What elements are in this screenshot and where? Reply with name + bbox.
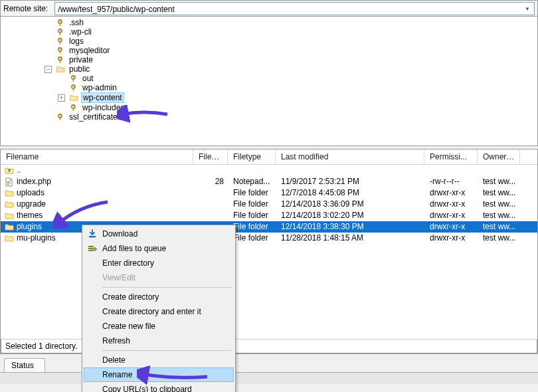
ctx-create-new-file[interactable]: Create new file bbox=[84, 319, 234, 334]
tree-item[interactable]: −public bbox=[1, 64, 537, 74]
status-text: Selected 1 directory. bbox=[5, 342, 78, 351]
parent-dir-icon bbox=[5, 166, 14, 175]
file-permissions bbox=[424, 165, 478, 176]
bottom-panel bbox=[0, 372, 538, 384]
tree-item-label: wp-includes bbox=[81, 103, 126, 112]
chevron-down-icon[interactable]: ▼ bbox=[522, 4, 533, 15]
context-menu: Download Add files to queue Enter direct… bbox=[82, 225, 236, 392]
file-name: plugins bbox=[17, 221, 42, 233]
tree-item[interactable]: private bbox=[1, 55, 537, 64]
ctx-separator bbox=[102, 350, 231, 351]
column-permissions[interactable]: Permissi... bbox=[424, 149, 478, 164]
tree-item-label: public bbox=[68, 64, 91, 74]
tree-item[interactable]: +wp-content bbox=[1, 92, 537, 103]
file-owner: test ww... bbox=[478, 187, 520, 199]
file-modified: 12/14/2018 3:02:20 PM bbox=[276, 210, 424, 221]
file-row[interactable]: .. bbox=[1, 165, 537, 176]
folder-icon bbox=[5, 223, 14, 232]
file-type: File folder bbox=[228, 187, 276, 199]
tree-item-label: mysqleditor bbox=[68, 46, 111, 55]
remote-site-bar: Remote site: /www/test_957/public/wp-con… bbox=[0, 0, 538, 16]
file-modified bbox=[276, 165, 424, 176]
file-owner: test ww... bbox=[478, 210, 520, 221]
ctx-create-directory[interactable]: Create directory bbox=[84, 290, 234, 304]
ctx-enter-directory[interactable]: Enter directory bbox=[84, 256, 234, 270]
file-permissions: drwxr-xr-x bbox=[424, 210, 478, 221]
file-name: upgrade bbox=[17, 199, 46, 210]
file-list[interactable]: Filename Filesize Filetype Last modified… bbox=[0, 149, 538, 354]
ctx-refresh[interactable]: Refresh bbox=[84, 334, 234, 348]
remote-path-input[interactable]: /www/test_957/public/wp-content ▼ bbox=[54, 2, 535, 15]
folder-icon bbox=[5, 211, 14, 221]
column-modified[interactable]: Last modified bbox=[276, 149, 424, 164]
folder-icon bbox=[69, 93, 78, 102]
file-modified: 12/7/2018 4:45:08 PM bbox=[276, 187, 424, 199]
expand-icon[interactable]: + bbox=[58, 94, 65, 102]
ctx-copy-url[interactable]: Copy URL(s) to clipboard bbox=[84, 382, 234, 392]
column-filename[interactable]: Filename bbox=[1, 149, 193, 164]
tree-item[interactable]: out bbox=[1, 74, 537, 83]
bottom-tab-bar: Status bbox=[0, 358, 538, 372]
tree-item[interactable]: ssl_certificates bbox=[1, 112, 537, 122]
file-name: themes bbox=[17, 210, 43, 221]
file-permissions: drwxr-xr-x bbox=[424, 233, 478, 244]
file-icon bbox=[5, 177, 14, 187]
tree-item[interactable]: .wp-cli bbox=[1, 27, 537, 37]
file-permissions: -rw-r--r-- bbox=[424, 176, 478, 187]
remote-path-value: /www/test_957/public/wp-content bbox=[58, 5, 174, 14]
ctx-separator bbox=[102, 287, 231, 288]
tree-item[interactable]: mysqleditor bbox=[1, 46, 537, 55]
ctx-delete[interactable]: Delete bbox=[84, 353, 234, 367]
tree-item[interactable]: wp-admin bbox=[1, 83, 537, 92]
folder-icon bbox=[5, 189, 14, 198]
file-modified: 11/9/2017 2:53:21 PM bbox=[276, 176, 424, 187]
file-permissions: drwxr-xr-x bbox=[424, 187, 478, 199]
unknown-folder-icon bbox=[56, 18, 65, 27]
tree-item-label: wp-admin bbox=[81, 83, 118, 92]
file-row[interactable]: upgradeFile folder12/14/2018 3:36:09 PMd… bbox=[1, 199, 537, 210]
file-type: Notepad... bbox=[228, 176, 276, 187]
file-owner: test ww... bbox=[478, 176, 520, 187]
file-name: index.php bbox=[17, 176, 51, 187]
folder-icon bbox=[5, 200, 14, 209]
file-type: File folder bbox=[228, 199, 276, 210]
file-owner: test ww... bbox=[478, 199, 520, 210]
ctx-create-directory-enter[interactable]: Create directory and enter it bbox=[84, 304, 234, 319]
tree-item[interactable]: .ssh bbox=[1, 18, 537, 27]
ctx-add-to-queue[interactable]: Add files to queue bbox=[84, 241, 234, 256]
unknown-folder-icon bbox=[69, 83, 78, 92]
file-name: uploads bbox=[17, 187, 45, 199]
tree-item-label: private bbox=[68, 55, 94, 64]
column-filetype[interactable]: Filetype bbox=[228, 149, 276, 164]
download-icon bbox=[86, 229, 98, 239]
file-modified: 12/14/2018 3:38:30 PM bbox=[276, 221, 424, 233]
unknown-folder-icon bbox=[69, 103, 78, 112]
remote-tree[interactable]: .ssh.wp-clilogsmysqleditorprivate−public… bbox=[0, 16, 538, 146]
ctx-rename[interactable]: Rename bbox=[84, 367, 234, 382]
file-size bbox=[193, 210, 228, 221]
tree-item-label: .ssh bbox=[68, 18, 85, 27]
file-size bbox=[193, 199, 228, 210]
file-row[interactable]: themesFile folder12/14/2018 3:02:20 PMdr… bbox=[1, 210, 537, 221]
collapse-icon[interactable]: − bbox=[45, 66, 52, 73]
tree-item-label: logs bbox=[68, 37, 85, 46]
tab-status[interactable]: Status bbox=[4, 358, 45, 372]
file-row[interactable]: uploadsFile folder12/7/2018 4:45:08 PMdr… bbox=[1, 187, 537, 199]
tree-item-label: out bbox=[81, 74, 95, 83]
tree-item-label: ssl_certificates bbox=[68, 112, 123, 122]
tree-item[interactable]: logs bbox=[1, 37, 537, 46]
file-type: File folder bbox=[228, 210, 276, 221]
file-size: 28 bbox=[193, 176, 228, 187]
column-owner[interactable]: Owner/G... bbox=[478, 149, 520, 164]
file-row[interactable]: index.php28Notepad...11/9/2017 2:53:21 P… bbox=[1, 176, 537, 187]
tree-item-label: .wp-cli bbox=[68, 27, 93, 37]
unknown-folder-icon bbox=[56, 27, 65, 37]
file-size bbox=[193, 187, 228, 199]
ctx-download[interactable]: Download bbox=[84, 227, 234, 241]
queue-plus-icon bbox=[86, 243, 98, 254]
tree-item[interactable]: wp-includes bbox=[1, 103, 537, 112]
remote-site-label: Remote site: bbox=[3, 4, 48, 13]
column-filesize[interactable]: Filesize bbox=[193, 149, 228, 164]
file-owner: test ww... bbox=[478, 221, 520, 233]
file-list-header[interactable]: Filename Filesize Filetype Last modified… bbox=[1, 149, 537, 165]
